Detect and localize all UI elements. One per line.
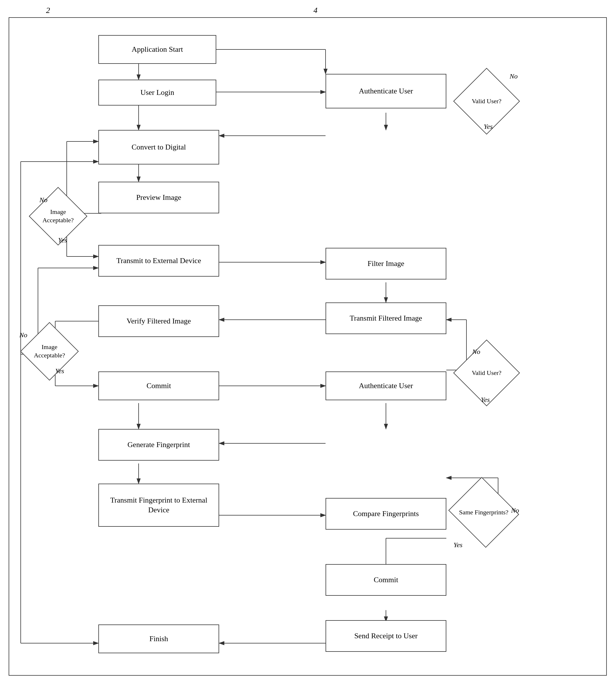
arrows-svg <box>9 18 606 675</box>
verify-filtered-box: Verify Filtered Image <box>98 305 219 337</box>
yes-label-2: Yes <box>58 236 67 244</box>
application-start-box: Application Start <box>98 35 216 64</box>
no-label-1: No <box>510 72 518 80</box>
send-receipt-box: Send Receipt to User <box>326 620 446 652</box>
label-4: 4 <box>313 6 317 15</box>
commit2-box: Commit <box>326 564 446 596</box>
yes-label-3: Yes <box>55 367 64 375</box>
convert-to-digital-box: Convert to Digital <box>98 130 219 164</box>
yes-label-1: Yes <box>484 123 492 131</box>
no-label-4: No <box>472 348 480 356</box>
same-fingerprints-diamond: Same Fingerprints? <box>458 489 510 535</box>
authenticate-user2-box: Authenticate User <box>326 372 446 400</box>
filter-image-box: Filter Image <box>326 248 446 280</box>
transmit-external-box: Transmit to External Device <box>98 245 219 277</box>
generate-fingerprint-box: Generate Fingerprint <box>98 429 219 461</box>
valid-user2-diamond: Valid User? <box>464 350 510 396</box>
authenticate-user1-box: Authenticate User <box>326 74 446 108</box>
label-2: 2 <box>46 6 50 15</box>
yes-label-5: Yes <box>454 541 462 549</box>
compare-fingerprints-box: Compare Fingerprints <box>326 498 446 530</box>
preview-image-box: Preview Image <box>98 182 219 213</box>
user-login-box: User Login <box>98 80 216 106</box>
transmit-filtered-box: Transmit Filtered Image <box>326 303 446 334</box>
valid-user1-diamond: Valid User? <box>464 78 510 124</box>
no-label-3: No <box>19 331 27 339</box>
yes-label-4: Yes <box>481 396 490 404</box>
finish-box: Finish <box>98 624 219 653</box>
transmit-fingerprint-box: Transmit Fingerprint to External Device <box>98 484 219 527</box>
image-acceptable2-diamond: Image Acceptable? <box>29 331 70 372</box>
no-label-5: No <box>511 507 519 514</box>
diagram-container: Application Start User Login Convert to … <box>8 17 607 676</box>
no-label-2: No <box>39 196 47 204</box>
commit1-box: Commit <box>98 372 219 400</box>
